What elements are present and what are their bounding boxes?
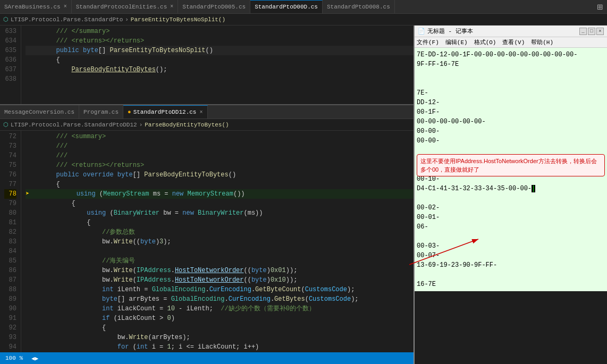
code-line: public byte[] ParseEntityToBytesNoSplit(… <box>26 46 414 55</box>
code-line: /// <box>26 141 414 151</box>
code-line: /// <box>26 151 414 160</box>
main-split: 633 634 635 636 637 638 /// </summary> <box>0 26 607 364</box>
tab-label: StandardPtoD008.cs <box>327 4 390 10</box>
tab-messageconversion[interactable]: MessageConversion.cs <box>0 105 79 119</box>
code-line: { <box>26 323 414 333</box>
notepad-icon: 📄 <box>418 28 425 35</box>
line-numbers-bottom: 72 73 74 75 76 77 78 79 80 81 82 83 84 8… <box>0 131 21 352</box>
code-area-top: 633 634 635 636 637 638 /// </summary> <box>0 26 414 104</box>
menu-edit[interactable]: 编辑(E) <box>445 38 468 46</box>
code-content-top[interactable]: /// </summary> /// <returns></returns> p… <box>21 26 414 104</box>
notepad-title-bar: 📄 无标题 - 记事本 _ □ × <box>415 26 607 37</box>
menu-help[interactable]: 帮助(H) <box>531 38 553 46</box>
code-line: int iLenth = GlobalEncoding.CurEncoding.… <box>26 285 414 294</box>
window-controls: _ □ × <box>579 28 604 35</box>
bottom-tab-bar: MessageConversion.cs Program.cs ● Standa… <box>0 105 414 119</box>
tab-close[interactable]: × <box>170 4 173 10</box>
code-line: { <box>26 218 414 227</box>
code-line <box>26 247 414 256</box>
menu-format[interactable]: 格式(O) <box>474 38 496 46</box>
code-line-parsebody: ParseBodyEntityToBytes(); <box>26 65 414 74</box>
top-editor: 633 634 635 636 637 638 /// </summary> <box>0 26 414 105</box>
tab-standardptod008[interactable]: StandardPtoD008.cs <box>323 0 395 14</box>
code-line: { <box>26 199 414 208</box>
tab-label: SAreaBusiness.cs <box>4 4 61 10</box>
code-line: //参数总数 <box>26 227 414 237</box>
top-breadcrumb: ⬡ LTISP.Protocol.Parse.StandardPto › Par… <box>0 14 607 26</box>
code-line: //海关编号 <box>26 256 414 266</box>
tab-standardptod12[interactable]: ● StandardPtoDD12.cs × <box>123 105 207 119</box>
code-line: int iLackCount = 10 - iLenth; //缺少的个数（需要… <box>26 304 414 314</box>
code-line: /// <returns></returns> <box>26 160 414 170</box>
maximize-button[interactable]: □ <box>588 28 595 35</box>
code-line: { <box>26 352 414 352</box>
code-line: /// <summary> <box>26 132 414 141</box>
bottom-breadcrumb: ⬡ LTISP.Protocol.Parse.StandardPtoDD12 ›… <box>0 119 414 131</box>
close-button[interactable]: × <box>596 28 604 35</box>
tab-standardptod00d[interactable]: StandardPtoD00D.cs <box>250 0 323 14</box>
tab-close[interactable]: × <box>199 109 203 115</box>
notepad-menu-bar: 文件(F) 编辑(E) 格式(O) 查看(V) 帮助(H) <box>415 37 607 48</box>
tab-standardprotocolenities[interactable]: StandardProtocolEnities.cs × <box>72 0 179 14</box>
code-line <box>26 74 414 84</box>
code-line: bw.Write((byte)3); <box>26 237 414 247</box>
exec-arrow: ➤ <box>26 189 29 199</box>
tab-modified-icon: ● <box>128 109 131 115</box>
code-line: byte[] arrBytes = GlobalEncoding.CurEnco… <box>26 294 414 304</box>
notepad-text-area[interactable]: 7E-DD-12-00-1F-00-00-00-00-00-00-00-00-0… <box>415 48 607 291</box>
breadcrumb-method2: ParseBodyEntityToBytes() <box>145 122 229 128</box>
code-line: public override byte[] ParseBodyEntityTo… <box>26 170 414 180</box>
menu-view[interactable]: 查看(V) <box>502 38 525 46</box>
code-line: if (iLackCount > 0) <box>26 314 414 323</box>
code-area-bottom: 72 73 74 75 76 77 78 79 80 81 82 83 84 8… <box>0 131 414 352</box>
notepad-title: 无标题 - 记事本 <box>427 27 473 35</box>
code-line: { <box>26 55 414 65</box>
tab-label: StandardPtoD00D.cs <box>255 4 318 10</box>
tab-program[interactable]: Program.cs <box>79 105 123 119</box>
code-line: /// </summary> <box>26 27 414 36</box>
breadcrumb-namespace: LTISP.Protocol.Parse.StandardPto <box>11 16 123 23</box>
tab-label: MessageConversion.cs <box>4 109 74 115</box>
minimize-button[interactable]: _ <box>579 28 587 35</box>
code-content-bottom[interactable]: /// <summary> /// /// /// <returns></ret… <box>21 131 414 352</box>
app-container: SAreaBusiness.cs × StandardProtocolEniti… <box>0 0 607 364</box>
breadcrumb-method: ParseEntityToBytesNoSplit() <box>131 16 225 23</box>
code-line: bw.Write(arrBytes); <box>26 333 414 342</box>
code-line: bw.Write(IPAddress.HostToNetworkOrder((b… <box>26 266 414 275</box>
code-line: /// <returns></returns> <box>26 36 414 46</box>
expand-icon[interactable]: ⊞ <box>597 1 603 13</box>
code-line: bw.Write(IPAddress.HostToNetworkOrder((b… <box>26 275 414 285</box>
tab-standardptod005[interactable]: StandardPtoD005.cs <box>178 0 250 14</box>
tab-label: StandardPtoD005.cs <box>182 4 246 10</box>
top-tab-bar: SAreaBusiness.cs × StandardProtocolEniti… <box>0 0 607 14</box>
code-line: for (int i = 1; i <= iLackCount; i++) <box>26 342 414 352</box>
breadcrumb-namespace2: LTISP.Protocol.Parse.StandardPtoDD12 <box>11 122 137 128</box>
code-line-exec: ➤ using (MemoryStream ms = new MemoryStr… <box>26 189 414 199</box>
tab-label: StandardPtoDD12.cs <box>133 109 197 115</box>
tab-label: Program.cs <box>83 109 119 115</box>
notepad-panel: 📄 无标题 - 记事本 _ □ × 文件(F) 编辑(E) 格式(O) 查看(V… <box>414 26 607 364</box>
tab-sareabusiness[interactable]: SAreaBusiness.cs × <box>0 0 72 14</box>
breadcrumb-icon2: ⬡ <box>3 121 9 128</box>
line-numbers-top: 633 634 635 636 637 638 <box>0 26 21 104</box>
status-bar: 100 % ◀▶ <box>0 352 414 364</box>
zoom-controls[interactable]: ◀▶ <box>31 355 38 362</box>
zoom-label: 100 % <box>5 355 23 361</box>
code-line: using (BinaryWriter bw = new BinaryWrite… <box>26 208 414 218</box>
tab-label: StandardProtocolEnities.cs <box>76 4 167 10</box>
breadcrumb-icon: ⬡ <box>3 16 9 23</box>
notepad-content-wrapper: 7E-DD-12-00-1F-00-00-00-00-00-00-00-00-0… <box>415 48 607 364</box>
tab-close[interactable]: × <box>64 4 67 10</box>
left-panel: 633 634 635 636 637 638 /// </summary> <box>0 26 414 364</box>
menu-file[interactable]: 文件(F) <box>417 38 439 46</box>
bottom-editor: 72 73 74 75 76 77 78 79 80 81 82 83 84 8… <box>0 131 414 364</box>
code-line: { <box>26 180 414 189</box>
